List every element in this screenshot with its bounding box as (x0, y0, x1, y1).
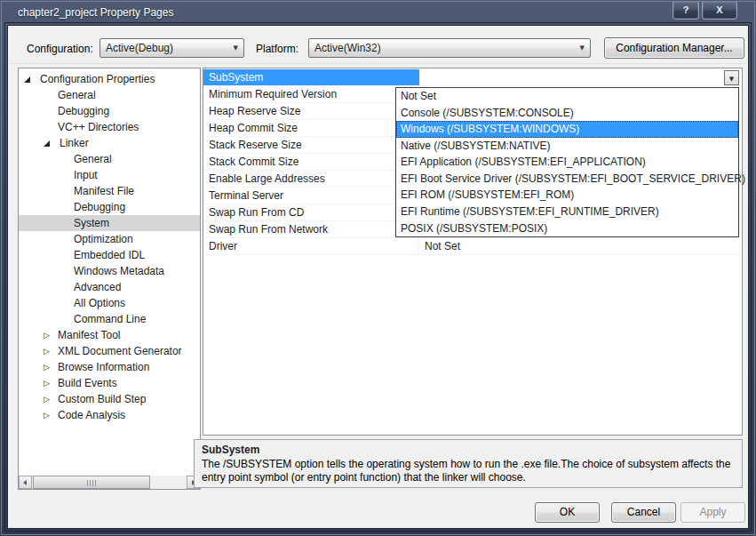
property-pages-dialog: chapter2_project Property Pages ? X Conf… (0, 0, 756, 536)
subsystem-combo-dropdown-button[interactable]: ▼ (724, 70, 739, 85)
property-row-driver[interactable]: DriverNot Set (203, 238, 742, 255)
dropdown-option-windows[interactable]: Windows (/SUBSYSTEM:WINDOWS) (396, 121, 738, 138)
tree-item-linker-embedded-idl[interactable]: Embedded IDL (19, 247, 200, 263)
property-description-box: SubSystem The /SUBSYSTEM option tells th… (194, 439, 743, 488)
tree-item-linker-windows-metadata[interactable]: Windows Metadata (19, 263, 200, 279)
scroll-left-button[interactable] (19, 476, 32, 489)
tree-item-linker-input[interactable]: Input (19, 167, 200, 183)
collapsed-icon: ▷ (44, 379, 50, 388)
expanded-icon (44, 140, 50, 147)
expanded-icon (24, 76, 30, 83)
tree-item-linker-command-line[interactable]: Command Line (19, 311, 200, 327)
tree-horizontal-scrollbar[interactable] (19, 476, 200, 489)
tree-item-vcpp-directories[interactable]: VC++ Directories (19, 119, 200, 135)
tree-item-debugging[interactable]: Debugging (19, 103, 200, 119)
collapsed-icon: ▷ (44, 331, 50, 340)
platform-value: Active(Win32) (314, 42, 381, 54)
collapsed-icon: ▷ (44, 363, 50, 372)
tree-item-xml-document-generator[interactable]: ▷XML Document Generator (19, 343, 200, 359)
tree-item-configuration-properties[interactable]: Configuration Properties (19, 71, 200, 87)
tree-item-linker-advanced[interactable]: Advanced (19, 279, 200, 295)
collapsed-icon: ▷ (44, 411, 50, 420)
dropdown-option-efi-runtime[interactable]: EFI Runtime (/SUBSYSTEM:EFI_RUNTIME_DRIV… (396, 204, 738, 220)
cancel-button[interactable]: Cancel (611, 502, 676, 523)
tree-item-custom-build-step[interactable]: ▷Custom Build Step (19, 391, 200, 407)
tree-item-linker-general[interactable]: General (19, 151, 200, 167)
tree-item-linker-system[interactable]: System (19, 215, 200, 231)
tree-item-linker-all-options[interactable]: All Options (19, 295, 200, 311)
tree-item-linker[interactable]: Linker (19, 135, 200, 151)
window-title: chapter2_project Property Pages (18, 6, 173, 19)
chevron-down-icon: ▼ (234, 39, 238, 57)
chevron-down-icon: ▼ (580, 39, 585, 57)
close-button[interactable]: X (702, 2, 737, 20)
configuration-select[interactable]: Active(Debug) ▼ (99, 38, 244, 58)
tree-item-browse-information[interactable]: ▷Browse Information (19, 359, 200, 375)
tree-item-linker-manifest-file[interactable]: Manifest File (19, 183, 200, 199)
tree-item-code-analysis[interactable]: ▷Code Analysis (19, 407, 200, 423)
dropdown-option-posix[interactable]: POSIX (/SUBSYSTEM:POSIX) (396, 220, 738, 237)
configuration-manager-button[interactable]: Configuration Manager... (604, 37, 744, 59)
apply-button[interactable]: Apply (680, 502, 745, 523)
dropdown-option-efi-boot-service-driver[interactable]: EFI Boot Service Driver (/SUBSYSTEM:EFI_… (396, 171, 738, 188)
configuration-value: Active(Debug) (106, 42, 173, 54)
tree-item-build-events[interactable]: ▷Build Events (19, 375, 200, 391)
tree-item-manifest-tool[interactable]: ▷Manifest Tool (19, 327, 200, 343)
tree-item-linker-debugging[interactable]: Debugging (19, 199, 200, 215)
toolbar-divider (9, 63, 747, 64)
dropdown-option-native[interactable]: Native (/SUBSYSTEM:NATIVE) (396, 138, 738, 155)
help-icon: ? (683, 4, 689, 15)
collapsed-icon: ▷ (44, 347, 50, 356)
chevron-down-icon: ▼ (729, 76, 734, 83)
dropdown-option-efi-rom[interactable]: EFI ROM (/SUBSYSTEM:EFI_ROM) (396, 187, 738, 204)
close-icon: X (716, 4, 722, 15)
configuration-label: Configuration: (27, 43, 93, 55)
scroll-left-icon (23, 480, 27, 485)
dropdown-option-not-set[interactable]: Not Set (396, 88, 738, 105)
grip-icon (87, 480, 96, 486)
description-title: SubSystem (202, 444, 735, 456)
dropdown-option-efi-application[interactable]: EFI Application (/SUBSYSTEM:EFI_APPLICAT… (396, 154, 738, 171)
dropdown-option-console[interactable]: Console (/SUBSYSTEM:CONSOLE) (396, 105, 738, 122)
platform-label: Platform: (256, 43, 298, 55)
tree-item-linker-optimization[interactable]: Optimization (19, 231, 200, 247)
collapsed-icon: ▷ (44, 395, 50, 404)
scrollbar-thumb[interactable] (33, 476, 150, 489)
subsystem-dropdown-list: Not Set Console (/SUBSYSTEM:CONSOLE) Win… (395, 87, 739, 237)
platform-select[interactable]: Active(Win32) ▼ (308, 38, 591, 58)
tree-item-general[interactable]: General (19, 87, 200, 103)
help-button[interactable]: ? (672, 2, 699, 20)
property-row-subsystem[interactable]: SubSystem (203, 69, 742, 86)
description-body: The /SUBSYSTEM option tells the operatin… (202, 458, 735, 484)
ok-button[interactable]: OK (535, 502, 600, 523)
